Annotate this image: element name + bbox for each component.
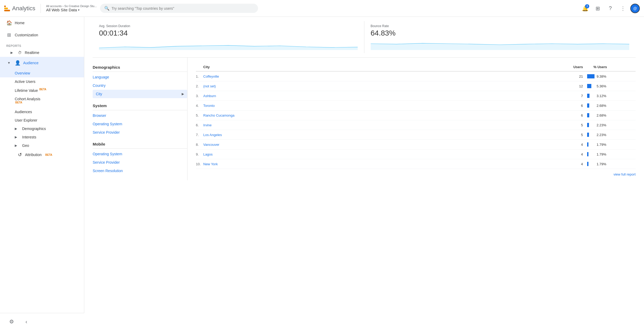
row-pct-text: 5.36% — [597, 84, 606, 88]
demographics-label: Demographics — [22, 127, 46, 131]
geo-expand-arrow: ▶ — [15, 144, 19, 147]
row-pct-text: 2.68% — [597, 104, 606, 108]
city-link-9[interactable]: New York — [203, 162, 218, 166]
row-city[interactable]: Vancouver — [203, 142, 562, 147]
realtime-label: Realtime — [25, 51, 39, 55]
view-full-report-link[interactable]: view full report — [613, 172, 636, 176]
sidebar-item-cohort-analysis[interactable]: Cohort Analysis BETA — [0, 95, 84, 108]
city-link-8[interactable]: Lagos — [203, 152, 212, 156]
sidebar-item-lifetime-value[interactable]: Lifetime Value BETA — [0, 86, 84, 95]
account-name[interactable]: All Web Site Data ▾ — [46, 8, 97, 12]
city-link-3[interactable]: Toronto — [203, 104, 215, 108]
settings-button[interactable]: ⚙ — [6, 316, 17, 327]
row-pct-container: 2.23% — [583, 133, 636, 137]
sidebar-item-realtime[interactable]: ▶ ⏱ Realtime — [0, 48, 84, 57]
metric-card-1: Bounce Rate 64.83% — [364, 21, 636, 53]
interests-label: Interests — [22, 135, 36, 139]
row-city[interactable]: Lagos — [203, 152, 562, 156]
country-link[interactable]: Country — [93, 81, 187, 90]
city-link-4[interactable]: Rancho Cucamonga — [203, 113, 235, 117]
col-users-header: Users — [562, 65, 583, 69]
sidebar-item-overview[interactable]: Overview — [0, 69, 84, 77]
row-city[interactable]: Ashburn — [203, 94, 562, 98]
row-users: 5 — [562, 123, 583, 127]
sidebar-item-audience[interactable]: ▼ 👤 Audience — [0, 57, 84, 69]
sidebar-item-user-explorer[interactable]: User Explorer — [0, 116, 84, 124]
language-link[interactable]: Language — [93, 73, 187, 81]
sidebar-item-customization[interactable]: ⊞ Customization — [0, 29, 84, 41]
bar-fill — [587, 74, 595, 78]
city-chevron: ▶ — [182, 92, 184, 96]
sidebar-item-audiences[interactable]: Audiences — [0, 108, 84, 116]
row-city[interactable]: Coffeyville — [203, 74, 562, 78]
mobile-section-title: Mobile — [93, 140, 187, 149]
row-city[interactable]: Toronto — [203, 103, 562, 108]
apps-button[interactable]: ⊞ — [592, 3, 603, 14]
city-link-0[interactable]: Coffeyville — [203, 74, 219, 78]
right-panel: City Users % Users 1. Coffeyville 21 9.3… — [187, 58, 636, 180]
home-label: Home — [15, 21, 24, 25]
overview-label: Overview — [15, 71, 30, 75]
avatar[interactable]: @ — [630, 4, 640, 13]
row-num: 3. — [196, 94, 203, 98]
service-provider-link[interactable]: Service Provider — [93, 128, 187, 137]
user-explorer-label: User Explorer — [15, 118, 37, 122]
table-row: 8. Vancouver 4 1.79% — [196, 140, 636, 149]
sidebar-item-attribution[interactable]: ▶ ↺ Attribution BETA — [0, 150, 84, 160]
city-link-5[interactable]: Irvine — [203, 123, 212, 127]
row-city[interactable]: Los Angeles — [203, 133, 562, 137]
city-link-2[interactable]: Ashburn — [203, 94, 216, 98]
topbar-divider — [41, 4, 41, 13]
audience-expand-arrow: ▼ — [6, 61, 12, 65]
row-num: 8. — [196, 143, 203, 147]
row-city[interactable]: Rancho Cucamonga — [203, 113, 562, 117]
row-pct-text: 9.38% — [597, 74, 606, 78]
sidebar-item-active-users[interactable]: Active Users — [0, 77, 84, 86]
view-full-report[interactable]: view full report — [196, 169, 636, 176]
sidebar-item-home[interactable]: 🏠 Home — [0, 17, 84, 29]
customization-icon: ⊞ — [6, 32, 12, 38]
notifications-button[interactable]: 🔔 3 — [580, 3, 590, 14]
browser-link[interactable]: Browser — [93, 111, 187, 120]
bar-fill — [587, 133, 589, 137]
operating-system-link[interactable]: Operating System — [93, 120, 187, 128]
collapse-button[interactable]: ‹ — [21, 316, 32, 327]
mobile-os-link[interactable]: Operating System — [93, 150, 187, 158]
row-users: 12 — [562, 84, 583, 88]
realtime-expand-arrow: ▶ — [11, 51, 15, 54]
screen-resolution-link[interactable]: Screen Resolution — [93, 167, 187, 175]
city-link-6[interactable]: Los Angeles — [203, 133, 222, 137]
sidebar-item-demographics[interactable]: ▶ Demographics — [0, 124, 84, 133]
bar-fill — [587, 113, 589, 117]
help-button[interactable]: ? — [605, 3, 616, 14]
bar-bg — [587, 74, 595, 78]
row-pct-container: 2.23% — [583, 123, 636, 127]
sidebar-item-interests[interactable]: ▶ Interests — [0, 133, 84, 141]
mobile-service-provider-link[interactable]: Service Provider — [93, 158, 187, 167]
row-users: 6 — [562, 104, 583, 108]
attribution-expand-arrow: ▶ — [11, 153, 15, 157]
row-city[interactable]: Irvine — [203, 123, 562, 127]
reports-label: REPORTS — [0, 41, 84, 48]
search-input[interactable] — [112, 6, 254, 11]
city-link-1[interactable]: (not set) — [203, 84, 216, 88]
bar-fill — [587, 84, 591, 88]
city-link[interactable]: City ▶ — [93, 90, 187, 98]
row-pct-text: 1.79% — [597, 152, 606, 156]
lifetime-value-beta: BETA — [39, 88, 46, 91]
bar-fill — [587, 123, 589, 127]
metric-label-1: Bounce Rate — [371, 24, 630, 28]
row-users: 4 — [562, 143, 583, 147]
metric-label-0: Avg. Session Duration — [99, 24, 358, 28]
table-row: 3. Ashburn 7 3.12% — [196, 91, 636, 101]
city-link-7[interactable]: Vancouver — [203, 143, 219, 147]
search-bar[interactable]: 🔍 — [100, 4, 258, 13]
row-pct-container: 3.12% — [583, 94, 636, 98]
row-pct-container: 1.79% — [583, 152, 636, 156]
row-city[interactable]: (not set) — [203, 84, 562, 88]
topbar: Analytics All accounts › So Creative Des… — [0, 0, 644, 17]
logo-text: Analytics — [12, 5, 35, 12]
sidebar-item-geo[interactable]: ▶ Geo — [0, 141, 84, 150]
row-city[interactable]: New York — [203, 162, 562, 166]
more-options-button[interactable]: ⋮ — [618, 3, 628, 14]
